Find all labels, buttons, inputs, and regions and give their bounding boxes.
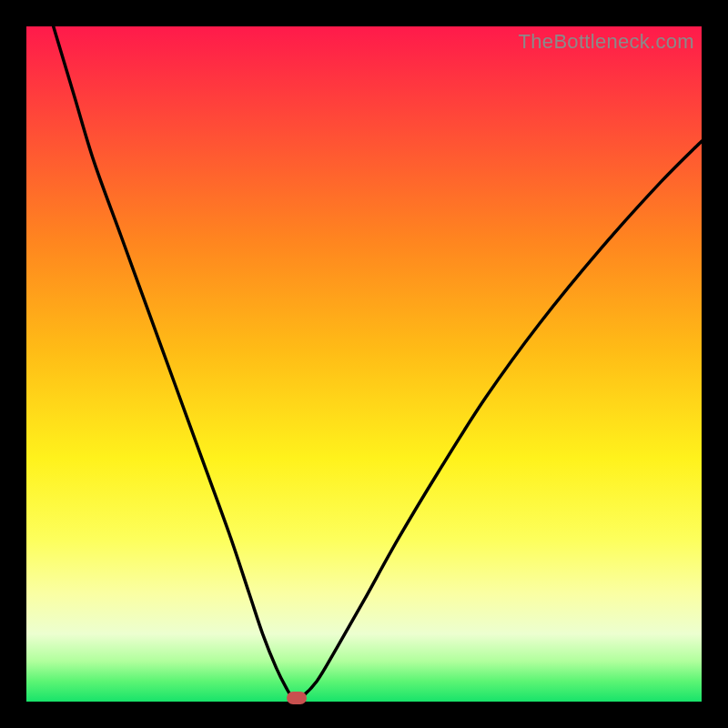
chart-frame: TheBottleneck.com — [0, 0, 728, 728]
curve-svg — [26, 26, 702, 702]
bottleneck-curve — [54, 26, 702, 700]
plot-area: TheBottleneck.com — [26, 26, 702, 702]
optimum-marker — [287, 692, 307, 704]
